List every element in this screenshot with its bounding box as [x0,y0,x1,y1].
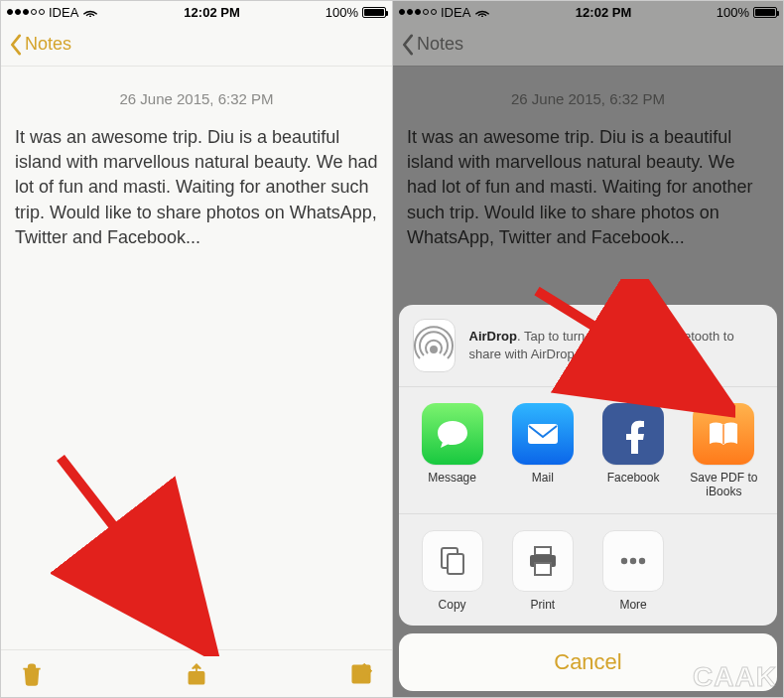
action-print[interactable]: Print [497,530,588,612]
carrier-label: IDEA [49,5,78,20]
share-actions-row: Copy Print More . [399,514,777,626]
app-label: Save PDF to iBooks [684,471,763,499]
svg-rect-11 [535,547,551,555]
ibooks-icon [693,403,754,465]
note-body[interactable]: 26 June 2015, 6:32 PM It was an awesome … [1,67,392,649]
battery-pct-label: 100% [717,5,749,20]
watermark: CAAK [693,661,777,693]
note-text: It was an awesome trip. Diu is a beautif… [15,125,378,250]
chevron-left-icon [9,34,23,56]
phone-right: IDEA 12:02 PM 100% Notes 26 June 2015, 6… [392,1,783,697]
nav-bar: Notes [1,23,392,67]
svg-rect-13 [535,563,551,575]
svg-point-16 [639,557,645,563]
compose-icon [348,661,374,687]
battery-icon [753,7,777,18]
svg-point-6 [430,346,438,353]
back-label: Notes [25,34,71,55]
share-app-ibooks[interactable]: Save PDF to iBooks [679,403,769,499]
share-button[interactable] [184,661,209,687]
message-icon [422,403,483,465]
note-date: 26 June 2015, 6:32 PM [407,90,769,107]
network-icon [82,5,98,20]
facebook-icon [602,403,664,465]
app-label: Mail [532,471,554,485]
svg-point-14 [621,557,627,563]
compose-button[interactable] [348,661,374,687]
more-icon [602,530,664,592]
airdrop-icon [413,319,456,372]
mail-icon [512,403,574,465]
battery-icon [362,7,386,18]
svg-rect-1 [189,671,203,683]
signal-dots-icon [399,9,437,15]
svg-point-5 [481,15,483,17]
action-label: More [619,598,646,612]
action-label: Copy [439,598,466,612]
copy-icon [422,530,483,592]
share-icon [184,661,209,687]
share-app-message[interactable]: Message [407,403,497,499]
signal-dots-icon [7,9,45,15]
battery-pct-label: 100% [326,5,358,20]
trash-button[interactable] [19,661,45,687]
status-bar: IDEA 12:02 PM 100% [393,1,783,23]
svg-rect-7 [528,424,558,444]
nav-bar: Notes [393,23,783,67]
action-label: Print [531,598,556,612]
trash-icon [19,661,45,687]
share-apps-row: Message Mail Facebook [399,387,777,514]
svg-point-15 [630,557,636,563]
phone-left: IDEA 12:02 PM 100% Notes 26 June 2015, 6… [1,1,392,697]
share-sheet: AirDrop. Tap to turn on Wi-Fi and Blueto… [399,305,777,691]
status-bar: IDEA 12:02 PM 100% [1,1,392,23]
clock-label: 12:02 PM [576,5,631,20]
share-app-mail[interactable]: Mail [497,403,588,499]
network-icon [474,5,490,20]
share-card: AirDrop. Tap to turn on Wi-Fi and Blueto… [399,305,777,626]
svg-point-0 [89,15,91,17]
back-button[interactable]: Notes [9,34,71,56]
share-app-facebook[interactable]: Facebook [588,403,679,499]
chevron-left-icon [401,34,415,56]
print-icon [512,530,574,592]
back-label: Notes [417,34,463,55]
app-label: Facebook [607,471,660,485]
note-date: 26 June 2015, 6:32 PM [15,90,378,107]
carrier-label: IDEA [441,5,470,20]
bottom-toolbar [1,649,392,697]
svg-rect-10 [448,554,463,574]
note-text: It was an awesome trip. Diu is a beautif… [407,125,769,250]
airdrop-text: AirDrop. Tap to turn on Wi-Fi and Blueto… [469,328,763,362]
back-button[interactable]: Notes [401,34,463,56]
action-more[interactable]: More [588,530,679,612]
action-copy[interactable]: Copy [407,530,497,612]
clock-label: 12:02 PM [184,5,239,20]
app-label: Message [428,471,476,485]
airdrop-row[interactable]: AirDrop. Tap to turn on Wi-Fi and Blueto… [399,305,777,387]
